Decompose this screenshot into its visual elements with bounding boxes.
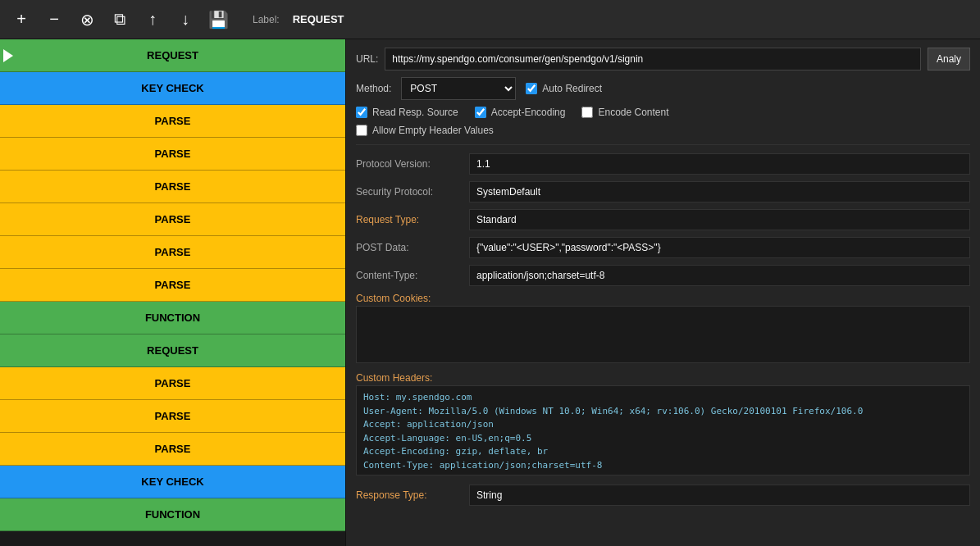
allow-empty-checkbox[interactable] xyxy=(356,125,367,136)
custom-cookies-textarea[interactable] xyxy=(356,306,970,363)
request-type-label: Request Type: xyxy=(356,214,463,225)
main-area: REQUEST KEY CHECK PARSE PARSE PARSE PARS… xyxy=(0,39,980,546)
security-protocol-label: Security Protocol: xyxy=(356,186,463,198)
step-parse-1[interactable]: PARSE xyxy=(0,105,345,138)
auto-redirect-checkbox[interactable] xyxy=(526,83,537,94)
protocol-version-row: Protocol Version: xyxy=(356,153,970,175)
request-type-input[interactable] xyxy=(469,209,970,230)
custom-cookies-label: Custom Cookies: xyxy=(356,293,970,304)
save-icon[interactable]: 💾 xyxy=(207,10,230,30)
post-data-label: POST Data: xyxy=(356,242,463,253)
url-row: URL: Analy xyxy=(356,48,970,71)
accept-encoding-group: Accept-Encoding xyxy=(475,107,566,118)
method-label: Method: xyxy=(356,83,391,94)
step-request-1[interactable]: REQUEST xyxy=(0,39,345,72)
toolbar: + − ⊗ ⧉ ↑ ↓ 💾 Label: REQUEST xyxy=(0,0,980,39)
step-key-check-1[interactable]: KEY CHECK xyxy=(0,72,345,105)
auto-redirect-label: Auto Redirect xyxy=(542,83,602,94)
url-label: URL: xyxy=(356,53,378,65)
allow-empty-label: Allow Empty Header Values xyxy=(372,125,494,136)
minus-icon[interactable]: − xyxy=(43,10,66,29)
copy-icon[interactable]: ⧉ xyxy=(108,10,131,29)
right-panel: URL: Analy Method: POST GET PUT DELETE A… xyxy=(346,39,980,546)
protocol-version-input[interactable] xyxy=(469,153,970,175)
method-row: Method: POST GET PUT DELETE Auto Redirec… xyxy=(356,77,970,100)
request-type-row: Request Type: xyxy=(356,209,970,230)
custom-headers-label: Custom Headers: xyxy=(356,372,970,384)
accept-encoding-checkbox[interactable] xyxy=(475,107,486,118)
up-icon[interactable]: ↑ xyxy=(141,10,164,29)
post-data-row: POST Data: xyxy=(356,237,970,258)
label-text: Label: xyxy=(253,14,280,25)
response-type-label: Response Type: xyxy=(356,489,463,501)
custom-headers-section: Custom Headers: xyxy=(356,372,970,478)
method-select-wrapper: POST GET PUT DELETE xyxy=(401,77,516,100)
step-key-check-2[interactable]: KEY CHECK xyxy=(0,466,345,498)
step-function-2[interactable]: FUNCTION xyxy=(0,498,345,531)
read-resp-checkbox[interactable] xyxy=(356,107,367,118)
step-function-1[interactable]: FUNCTION xyxy=(0,302,345,334)
url-input[interactable] xyxy=(385,48,921,71)
protocol-version-label: Protocol Version: xyxy=(356,158,463,170)
accept-encoding-label: Accept-Encoding xyxy=(491,107,566,118)
step-parse-2[interactable]: PARSE xyxy=(0,138,345,171)
step-parse-7[interactable]: PARSE xyxy=(0,367,345,400)
content-type-label: Content-Type: xyxy=(356,270,463,281)
step-list: REQUEST KEY CHECK PARSE PARSE PARSE PARS… xyxy=(0,39,346,546)
custom-cookies-section: Custom Cookies: xyxy=(356,293,970,366)
allow-empty-group: Allow Empty Header Values xyxy=(356,125,494,136)
response-type-input[interactable] xyxy=(469,485,970,506)
label-value: REQUEST xyxy=(293,13,344,25)
down-icon[interactable]: ↓ xyxy=(174,10,197,29)
response-type-row: Response Type: xyxy=(356,485,970,506)
read-resp-label: Read Resp. Source xyxy=(372,107,458,118)
add-icon[interactable]: + xyxy=(10,10,33,29)
security-protocol-input[interactable] xyxy=(469,181,970,202)
encode-content-label: Encode Content xyxy=(598,107,668,118)
step-parse-6[interactable]: PARSE xyxy=(0,269,345,302)
step-parse-4[interactable]: PARSE xyxy=(0,203,345,236)
encode-content-checkbox[interactable] xyxy=(581,107,593,118)
step-parse-3[interactable]: PARSE xyxy=(0,171,345,203)
step-request-2[interactable]: REQUEST xyxy=(0,334,345,367)
method-select[interactable]: POST GET PUT DELETE xyxy=(401,77,516,100)
custom-headers-textarea[interactable] xyxy=(356,385,970,475)
encode-content-group: Encode Content xyxy=(581,107,668,118)
read-resp-group: Read Resp. Source xyxy=(356,107,458,118)
content-type-row: Content-Type: xyxy=(356,265,970,286)
content-type-input[interactable] xyxy=(469,265,970,286)
options-row: Read Resp. Source Accept-Encoding Encode… xyxy=(356,107,970,118)
security-protocol-row: Security Protocol: xyxy=(356,181,970,202)
auto-redirect-group: Auto Redirect xyxy=(526,83,602,94)
allow-empty-row: Allow Empty Header Values xyxy=(356,125,970,136)
close-icon[interactable]: ⊗ xyxy=(75,10,98,30)
analyze-button[interactable]: Analy xyxy=(928,48,970,71)
step-parse-5[interactable]: PARSE xyxy=(0,236,345,269)
divider-1 xyxy=(356,144,970,145)
step-parse-8[interactable]: PARSE xyxy=(0,400,345,433)
step-parse-9[interactable]: PARSE xyxy=(0,433,345,466)
post-data-input[interactable] xyxy=(469,237,970,258)
